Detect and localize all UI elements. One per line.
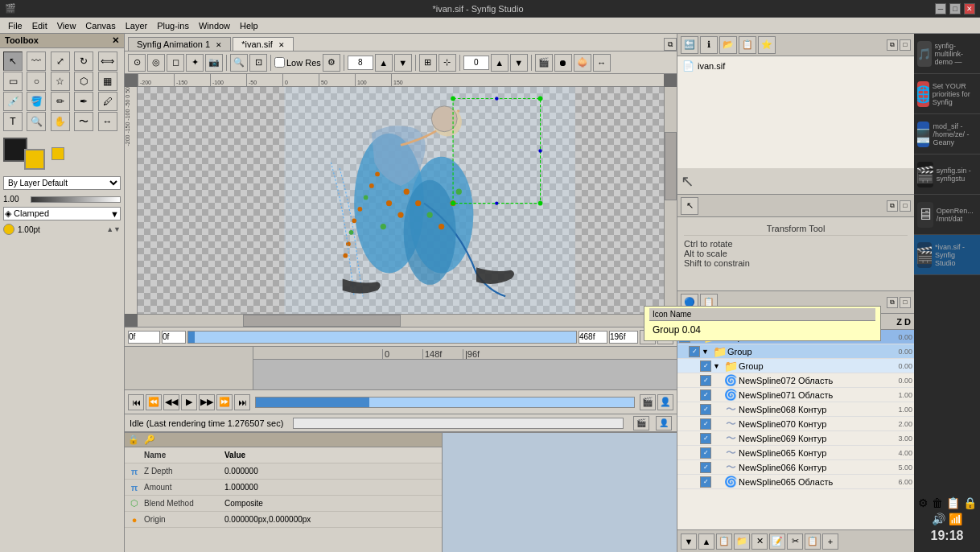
props-icon1[interactable]: 🔒 [128, 435, 139, 445]
toolbox-close-icon[interactable]: ✕ [112, 35, 119, 46]
file-item-ivan[interactable]: 📄 ivan.sif [681, 60, 911, 72]
layer-expand-icon[interactable]: ▼ [713, 362, 723, 370]
end-frame-input[interactable] [579, 331, 607, 344]
tool-transform[interactable]: ↖ [3, 51, 23, 71]
layer-delete-btn[interactable]: ✕ [751, 533, 768, 550]
mirror-x-btn[interactable]: ↔ [593, 54, 611, 72]
canvas-scrollbar-v[interactable] [664, 87, 677, 314]
frame-input[interactable] [463, 56, 489, 70]
layers-max-btn[interactable]: □ [900, 297, 911, 308]
layer-copy-btn[interactable]: 📝 [769, 533, 785, 550]
next-frame-btn[interactable]: ▶▶ [199, 394, 215, 410]
layer-visibility-check[interactable]: ✓ [700, 462, 711, 473]
tool-pencil[interactable]: ✒ [74, 92, 93, 111]
play-btn[interactable]: ▶ [181, 394, 197, 410]
playback-progress[interactable] [255, 397, 635, 408]
layer-default-select[interactable]: By Layer Default [0, 173, 124, 193]
zoom-input[interactable] [348, 56, 373, 70]
maximize-button[interactable]: □ [949, 3, 961, 14]
layer-group-btn[interactable]: 📁 [734, 533, 750, 550]
view-normal-btn[interactable]: ⊙ [128, 54, 146, 72]
layers-float-btn[interactable]: ⧉ [887, 297, 898, 308]
file-nav-btn4[interactable]: ⭐ [758, 36, 776, 54]
tool-mirror[interactable]: ⟺ [98, 51, 117, 71]
file-info-btn[interactable]: ℹ [700, 36, 718, 54]
network-icon[interactable]: 📶 [949, 513, 962, 525]
skip-to-end-btn[interactable]: ⏭ [234, 394, 250, 410]
low-res-checkbox[interactable] [274, 57, 285, 68]
quality-btn[interactable]: ⚙ [323, 54, 340, 72]
layer-row[interactable]: ✓ · 〜 NewSpline066 Контур 5.00 [677, 460, 914, 475]
origin-value[interactable]: 0.000000px,0.000000px [224, 515, 439, 524]
timeline-bar[interactable] [187, 331, 577, 344]
skip-to-start-btn[interactable]: ⏮ [128, 394, 144, 410]
menu-layer[interactable]: Layer [121, 20, 153, 31]
layer-visibility-check[interactable]: ✓ [700, 447, 711, 459]
record-anim-btn[interactable]: 👤 [657, 394, 673, 410]
trash-icon[interactable]: 🗑 [932, 496, 943, 509]
fps-input[interactable] [609, 331, 638, 344]
panel-max-btn[interactable]: □ [900, 39, 911, 51]
layer-row[interactable]: ✓ · 🌀 NewSpline071 Область 1.00 [677, 388, 914, 402]
layer-row[interactable]: ✓ · 🌀 NewSpline065 Область 6.00 [677, 475, 914, 489]
snap-btn[interactable]: ⊹ [439, 54, 456, 72]
tool-polygon[interactable]: ⬡ [74, 72, 93, 91]
tool-star[interactable]: ☆ [51, 72, 70, 91]
taskbar-item-multilink[interactable]: 🎵 synfig-multilink-demo — [914, 34, 980, 74]
lock-icon[interactable]: 🔒 [963, 496, 977, 509]
outline-color-swatch[interactable] [51, 147, 64, 160]
float-button[interactable]: ⧉ [664, 38, 677, 51]
tool-circle[interactable]: ○ [27, 72, 46, 91]
tool-spline[interactable]: 〜 [74, 112, 93, 131]
frame-up[interactable]: ▲ [491, 54, 509, 72]
frame-down[interactable]: ▼ [510, 54, 528, 72]
next-keyframe-btn[interactable]: ⏩ [216, 394, 233, 410]
file-nav-btn3[interactable]: 📋 [739, 36, 756, 54]
tab-animation1[interactable]: Synfig Animation 1 ✕ [128, 37, 231, 51]
stroke-color-swatch[interactable] [3, 224, 14, 235]
layer-new-btn[interactable]: + [822, 533, 838, 550]
tool-draw[interactable]: 🖊 [98, 92, 117, 111]
layer-visibility-check[interactable]: ✓ [700, 375, 711, 386]
amount-value[interactable]: 1.000000 [224, 483, 439, 492]
layer-row[interactable]: ✓ ▼ 📁 Group 0.00 [677, 344, 914, 359]
taskbar-item-openren[interactable]: 🖥 OpenRen... /mnt/dat [914, 195, 980, 235]
tool-zoom[interactable]: 🔍 [27, 112, 46, 131]
zoom-reset-btn[interactable]: 🔍 [230, 54, 248, 72]
layer-expand-icon[interactable]: ▼ [702, 348, 711, 356]
grid-btn[interactable]: ⊞ [419, 54, 437, 72]
layer-visibility-check[interactable]: ✓ [700, 360, 711, 372]
loop-btn[interactable]: 🎬 [640, 394, 656, 410]
panel-float-btn[interactable]: ⧉ [887, 39, 898, 51]
zoom-down[interactable]: ▼ [394, 54, 412, 72]
layer-visibility-check[interactable]: ✓ [700, 433, 711, 444]
timeline-track-area[interactable] [253, 360, 677, 389]
layer-move-down-btn[interactable]: ▼ [681, 533, 697, 550]
menu-edit[interactable]: Edit [27, 20, 52, 31]
layer-visibility-check[interactable]: ✓ [700, 404, 711, 415]
blend-select[interactable]: ◈ Clamped ▼ [3, 207, 121, 220]
tool-pan[interactable]: ✋ [51, 112, 70, 131]
opacity-slider[interactable] [31, 196, 121, 203]
layer-visibility-check[interactable]: ✓ [700, 389, 711, 401]
start-frame-input[interactable] [162, 331, 186, 344]
layer-visibility-check[interactable]: ✓ [700, 418, 711, 430]
layer-row[interactable]: ✓ · 〜 NewSpline070 Контур 2.00 [677, 417, 914, 431]
minimize-button[interactable]: ─ [935, 3, 946, 14]
menu-plugins[interactable]: Plug-ins [152, 20, 194, 31]
menu-view[interactable]: View [52, 20, 81, 31]
canvas-drawing-area[interactable] [138, 87, 664, 314]
transform-tool-icon[interactable]: ↖ [681, 197, 698, 215]
zoom-fit-btn[interactable]: ⊡ [249, 54, 267, 72]
transform-max-btn[interactable]: □ [900, 200, 911, 212]
tab-ivan-sif[interactable]: *ivan.sif ✕ [233, 37, 294, 51]
background-color-swatch[interactable] [24, 149, 45, 170]
tab-close-ivan[interactable]: ✕ [278, 41, 285, 49]
tool-text[interactable]: T [3, 112, 23, 131]
layer-row[interactable]: ✓ ▼ 📁 Group 0.00 [677, 359, 914, 373]
scrollbar-thumb-h[interactable] [243, 315, 401, 327]
view-draft-btn[interactable]: ◎ [147, 54, 165, 72]
blend-value[interactable]: Composite [224, 499, 439, 508]
tool-feather[interactable]: ✏ [51, 92, 70, 111]
prev-keyframe-btn[interactable]: ⏪ [146, 394, 162, 410]
